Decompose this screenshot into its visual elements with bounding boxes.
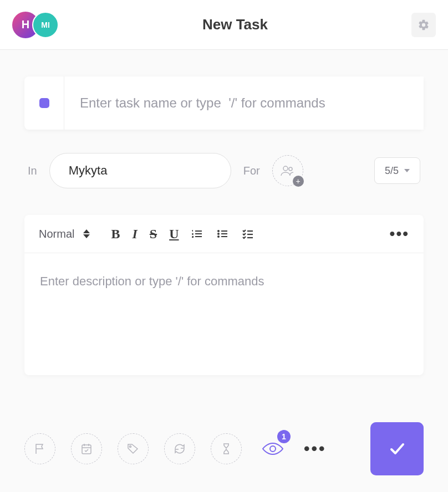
footer: 1 ••• bbox=[24, 422, 424, 475]
underline-button[interactable]: U bbox=[169, 227, 179, 242]
list-selector-value: Mykyta bbox=[69, 163, 108, 178]
svg-rect-5 bbox=[221, 230, 227, 232]
task-name-input[interactable] bbox=[64, 76, 424, 130]
eye-icon bbox=[262, 441, 284, 457]
flag-button[interactable] bbox=[24, 433, 55, 464]
priority-value: 5/5 bbox=[385, 165, 399, 177]
strikethrough-button[interactable]: S bbox=[150, 227, 157, 242]
status-selector[interactable] bbox=[24, 76, 64, 130]
assignee-selector[interactable]: + bbox=[272, 155, 303, 186]
in-label: In bbox=[28, 165, 37, 177]
description-input[interactable]: Enter description or type '/' for comman… bbox=[24, 253, 424, 375]
recurring-icon bbox=[173, 442, 186, 455]
priority-selector[interactable]: 5/5 bbox=[374, 157, 420, 184]
editor-toolbar: Normal B I S U bbox=[24, 215, 424, 253]
for-label: For bbox=[243, 165, 260, 177]
people-icon bbox=[280, 165, 296, 176]
bold-button[interactable]: B bbox=[111, 227, 120, 242]
tag-icon bbox=[126, 442, 140, 455]
task-name-card bbox=[24, 76, 424, 130]
gear-icon bbox=[418, 19, 430, 31]
chevron-down-icon bbox=[404, 169, 410, 172]
sort-icon bbox=[83, 229, 90, 238]
calendar-icon bbox=[80, 442, 93, 455]
create-task-button[interactable] bbox=[370, 422, 424, 475]
toolbar-more-button[interactable]: ••• bbox=[390, 225, 409, 243]
italic-button[interactable]: I bbox=[132, 227, 137, 242]
description-editor: Normal B I S U bbox=[24, 215, 424, 375]
list-selector[interactable]: Mykyta bbox=[49, 153, 231, 188]
svg-point-0 bbox=[283, 166, 288, 171]
checklist-button[interactable] bbox=[241, 227, 254, 240]
bullet-list-icon bbox=[216, 227, 229, 240]
hourglass-icon bbox=[220, 442, 233, 455]
list-group bbox=[190, 227, 254, 240]
svg-rect-7 bbox=[221, 236, 227, 237]
svg-point-1 bbox=[289, 167, 292, 171]
content-area: In Mykyta For + 5/5 Normal B bbox=[0, 50, 448, 375]
ordered-list-button[interactable] bbox=[190, 227, 203, 240]
recurring-button[interactable] bbox=[164, 433, 195, 464]
text-style-label: Normal bbox=[39, 228, 74, 240]
svg-point-16 bbox=[270, 446, 276, 452]
svg-rect-11 bbox=[82, 445, 91, 454]
check-icon bbox=[386, 438, 408, 460]
avatar-user-2[interactable]: MI bbox=[32, 12, 59, 38]
header: H MI New Task bbox=[0, 0, 448, 50]
ordered-list-icon bbox=[190, 227, 203, 240]
svg-point-4 bbox=[217, 235, 220, 238]
checklist-icon bbox=[241, 227, 254, 240]
text-style-selector[interactable]: Normal bbox=[39, 228, 90, 240]
meta-row: In Mykyta For + 5/5 bbox=[24, 153, 424, 188]
date-button[interactable] bbox=[71, 433, 102, 464]
svg-point-2 bbox=[217, 230, 220, 232]
plus-icon: + bbox=[293, 176, 304, 187]
page-title: New Task bbox=[202, 16, 268, 33]
description-placeholder: Enter description or type '/' for comman… bbox=[40, 274, 408, 289]
status-square-icon bbox=[39, 98, 49, 108]
flag-icon bbox=[33, 442, 47, 455]
settings-button[interactable] bbox=[411, 13, 436, 37]
tag-button[interactable] bbox=[118, 433, 149, 464]
watchers-button[interactable]: 1 bbox=[257, 433, 288, 464]
footer-more-button[interactable]: ••• bbox=[304, 439, 327, 458]
svg-point-3 bbox=[217, 233, 220, 235]
time-button[interactable] bbox=[211, 433, 242, 464]
watchers-count: 1 bbox=[277, 430, 291, 443]
svg-point-15 bbox=[130, 446, 131, 448]
avatars: H MI bbox=[12, 12, 59, 38]
unordered-list-button[interactable] bbox=[216, 227, 229, 240]
svg-rect-6 bbox=[221, 233, 227, 234]
format-group: B I S U bbox=[111, 227, 179, 242]
